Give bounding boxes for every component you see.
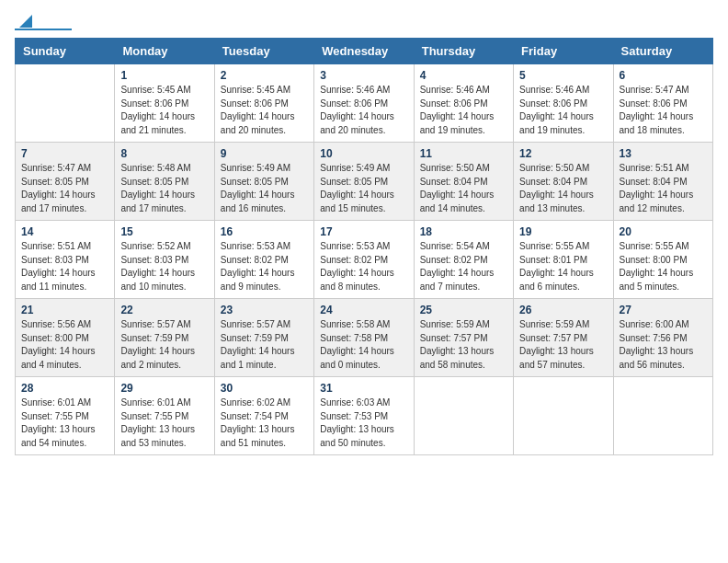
calendar-cell: 16Sunrise: 5:53 AM Sunset: 8:02 PM Dayli…: [214, 221, 313, 299]
day-number: 31: [320, 382, 407, 395]
day-info: Sunrise: 6:01 AM Sunset: 7:55 PM Dayligh…: [21, 396, 108, 450]
day-info: Sunrise: 5:49 AM Sunset: 8:05 PM Dayligh…: [320, 162, 407, 215]
day-number: 16: [221, 225, 308, 238]
calendar-cell: 15Sunrise: 5:52 AM Sunset: 8:03 PM Dayli…: [115, 221, 214, 299]
calendar-cell: 5Sunrise: 5:46 AM Sunset: 8:06 PM Daylig…: [514, 64, 613, 143]
calendar-cell: 12Sunrise: 5:50 AM Sunset: 8:04 PM Dayli…: [514, 143, 613, 221]
calendar-cell: 2Sunrise: 5:45 AM Sunset: 8:06 PM Daylig…: [214, 64, 313, 143]
calendar-cell: 13Sunrise: 5:51 AM Sunset: 8:04 PM Dayli…: [613, 143, 712, 221]
calendar-cell: 10Sunrise: 5:49 AM Sunset: 8:05 PM Dayli…: [314, 143, 414, 221]
calendar-cell: [514, 377, 613, 455]
day-info: Sunrise: 5:59 AM Sunset: 7:57 PM Dayligh…: [420, 318, 507, 372]
col-header-tuesday: Tuesday: [214, 39, 313, 64]
calendar-cell: 11Sunrise: 5:50 AM Sunset: 8:04 PM Dayli…: [414, 143, 513, 221]
day-number: 17: [320, 225, 407, 238]
day-info: Sunrise: 5:56 AM Sunset: 8:00 PM Dayligh…: [21, 318, 108, 372]
day-number: 3: [320, 69, 407, 82]
calendar-cell: 8Sunrise: 5:48 AM Sunset: 8:05 PM Daylig…: [115, 143, 214, 221]
day-info: Sunrise: 5:46 AM Sunset: 8:06 PM Dayligh…: [320, 84, 407, 137]
calendar-cell: 3Sunrise: 5:46 AM Sunset: 8:06 PM Daylig…: [314, 64, 414, 143]
calendar-week-row: 21Sunrise: 5:56 AM Sunset: 8:00 PM Dayli…: [16, 299, 713, 377]
day-info: Sunrise: 5:54 AM Sunset: 8:02 PM Dayligh…: [420, 240, 507, 293]
day-info: Sunrise: 5:45 AM Sunset: 8:06 PM Dayligh…: [120, 84, 208, 137]
col-header-friday: Friday: [514, 39, 613, 64]
day-number: 14: [21, 225, 108, 238]
day-number: 5: [519, 69, 607, 82]
day-number: 30: [221, 382, 308, 395]
day-info: Sunrise: 5:57 AM Sunset: 7:59 PM Dayligh…: [221, 318, 308, 372]
col-header-saturday: Saturday: [613, 39, 712, 64]
day-number: 18: [420, 225, 507, 238]
calendar-week-row: 7Sunrise: 5:47 AM Sunset: 8:05 PM Daylig…: [16, 143, 713, 221]
day-info: Sunrise: 5:52 AM Sunset: 8:03 PM Dayligh…: [120, 240, 208, 293]
calendar-cell: [613, 377, 712, 455]
calendar-header-row: SundayMondayTuesdayWednesdayThursdayFrid…: [16, 39, 713, 64]
page-header: [15, 15, 713, 30]
calendar-cell: 31Sunrise: 6:03 AM Sunset: 7:53 PM Dayli…: [314, 377, 414, 455]
day-info: Sunrise: 5:46 AM Sunset: 8:06 PM Dayligh…: [420, 84, 507, 137]
day-number: 1: [120, 69, 208, 82]
day-info: Sunrise: 5:45 AM Sunset: 8:06 PM Dayligh…: [221, 84, 308, 137]
day-number: 21: [21, 304, 108, 316]
calendar-cell: 23Sunrise: 5:57 AM Sunset: 7:59 PM Dayli…: [214, 299, 313, 377]
calendar-cell: 14Sunrise: 5:51 AM Sunset: 8:03 PM Dayli…: [16, 221, 115, 299]
calendar-cell: 28Sunrise: 6:01 AM Sunset: 7:55 PM Dayli…: [16, 377, 115, 455]
calendar-cell: 30Sunrise: 6:02 AM Sunset: 7:54 PM Dayli…: [214, 377, 313, 455]
day-info: Sunrise: 5:47 AM Sunset: 8:06 PM Dayligh…: [620, 84, 707, 137]
day-number: 8: [120, 147, 208, 160]
day-info: Sunrise: 5:50 AM Sunset: 8:04 PM Dayligh…: [420, 162, 507, 215]
day-number: 10: [320, 147, 407, 160]
calendar-cell: [16, 64, 115, 143]
svg-marker-0: [19, 15, 32, 28]
logo: [15, 15, 72, 30]
day-number: 28: [21, 382, 108, 395]
calendar-cell: 6Sunrise: 5:47 AM Sunset: 8:06 PM Daylig…: [613, 64, 712, 143]
day-info: Sunrise: 5:59 AM Sunset: 7:57 PM Dayligh…: [519, 318, 607, 372]
col-header-wednesday: Wednesday: [314, 39, 414, 64]
day-number: 15: [120, 225, 208, 238]
day-number: 7: [21, 147, 108, 160]
calendar-table: SundayMondayTuesdayWednesdayThursdayFrid…: [15, 38, 713, 455]
day-info: Sunrise: 5:50 AM Sunset: 8:04 PM Dayligh…: [519, 162, 607, 215]
calendar-cell: 29Sunrise: 6:01 AM Sunset: 7:55 PM Dayli…: [115, 377, 214, 455]
calendar-cell: 1Sunrise: 5:45 AM Sunset: 8:06 PM Daylig…: [115, 64, 214, 143]
day-info: Sunrise: 6:02 AM Sunset: 7:54 PM Dayligh…: [221, 396, 308, 450]
day-number: 24: [320, 304, 407, 316]
day-info: Sunrise: 5:53 AM Sunset: 8:02 PM Dayligh…: [221, 240, 308, 293]
day-number: 22: [120, 304, 208, 316]
calendar-cell: 4Sunrise: 5:46 AM Sunset: 8:06 PM Daylig…: [414, 64, 513, 143]
calendar-cell: 9Sunrise: 5:49 AM Sunset: 8:05 PM Daylig…: [214, 143, 313, 221]
col-header-thursday: Thursday: [414, 39, 513, 64]
calendar-cell: 22Sunrise: 5:57 AM Sunset: 7:59 PM Dayli…: [115, 299, 214, 377]
calendar-cell: 20Sunrise: 5:55 AM Sunset: 8:00 PM Dayli…: [613, 221, 712, 299]
day-number: 20: [620, 225, 707, 238]
day-info: Sunrise: 6:03 AM Sunset: 7:53 PM Dayligh…: [320, 396, 407, 450]
day-info: Sunrise: 6:00 AM Sunset: 7:56 PM Dayligh…: [620, 318, 707, 372]
calendar-cell: 26Sunrise: 5:59 AM Sunset: 7:57 PM Dayli…: [514, 299, 613, 377]
day-info: Sunrise: 5:46 AM Sunset: 8:06 PM Dayligh…: [519, 84, 607, 137]
day-number: 4: [420, 69, 507, 82]
day-info: Sunrise: 5:49 AM Sunset: 8:05 PM Dayligh…: [221, 162, 308, 215]
calendar-cell: [414, 377, 513, 455]
day-info: Sunrise: 5:51 AM Sunset: 8:04 PM Dayligh…: [620, 162, 707, 215]
day-info: Sunrise: 5:55 AM Sunset: 8:01 PM Dayligh…: [519, 240, 607, 293]
calendar-cell: 18Sunrise: 5:54 AM Sunset: 8:02 PM Dayli…: [414, 221, 513, 299]
calendar-week-row: 14Sunrise: 5:51 AM Sunset: 8:03 PM Dayli…: [16, 221, 713, 299]
calendar-cell: 21Sunrise: 5:56 AM Sunset: 8:00 PM Dayli…: [16, 299, 115, 377]
day-info: Sunrise: 5:48 AM Sunset: 8:05 PM Dayligh…: [120, 162, 208, 215]
day-number: 13: [620, 147, 707, 160]
day-info: Sunrise: 5:47 AM Sunset: 8:05 PM Dayligh…: [21, 162, 108, 215]
day-number: 27: [620, 304, 707, 316]
day-number: 6: [620, 69, 707, 82]
day-number: 2: [221, 69, 308, 82]
day-info: Sunrise: 5:53 AM Sunset: 8:02 PM Dayligh…: [320, 240, 407, 293]
day-info: Sunrise: 5:58 AM Sunset: 7:58 PM Dayligh…: [320, 318, 407, 372]
col-header-monday: Monday: [115, 39, 214, 64]
day-number: 9: [221, 147, 308, 160]
day-number: 29: [120, 382, 208, 395]
calendar-cell: 27Sunrise: 6:00 AM Sunset: 7:56 PM Dayli…: [613, 299, 712, 377]
day-number: 12: [519, 147, 607, 160]
logo-underline: [15, 29, 72, 30]
calendar-cell: 17Sunrise: 5:53 AM Sunset: 8:02 PM Dayli…: [314, 221, 414, 299]
day-number: 19: [519, 225, 607, 238]
